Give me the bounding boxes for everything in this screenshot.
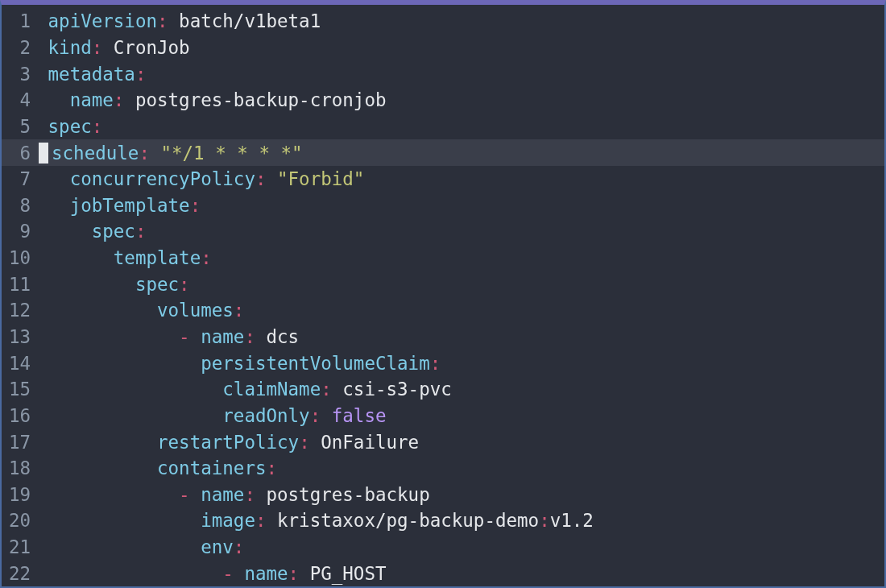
line-number: 21 — [2, 534, 37, 561]
code-token: concurrencyPolicy — [70, 168, 255, 189]
indent-space — [37, 432, 48, 453]
code-token: schedule — [52, 143, 139, 164]
code-token: jobTemplate — [70, 195, 190, 216]
indent — [48, 432, 157, 453]
code-line[interactable]: 20 image: kristaxox/pg-backup-demo:v1.2 — [2, 507, 884, 534]
line-content[interactable]: image: kristaxox/pg-backup-demo:v1.2 — [37, 507, 884, 534]
line-content[interactable]: readOnly: false — [37, 403, 884, 429]
code-token: kind — [48, 37, 92, 58]
code-line[interactable]: 4 name: postgres-backup-cronjob — [2, 87, 884, 114]
line-number: 5 — [2, 114, 37, 140]
code-token: claimName — [222, 379, 321, 400]
line-content[interactable]: kind: CronJob — [37, 35, 884, 61]
indent — [48, 195, 70, 216]
line-content[interactable]: schedule: "*/1 * * * *" — [37, 139, 884, 166]
code-line[interactable]: 6schedule: "*/1 * * * *" — [2, 139, 884, 166]
line-content[interactable]: spec: — [37, 271, 884, 297]
indent — [48, 405, 223, 426]
code-line[interactable]: 16 readOnly: false — [2, 403, 884, 429]
code-line[interactable]: 7 concurrencyPolicy: "Forbid" — [2, 166, 884, 193]
code-line[interactable]: 19 - name: postgres-backup — [2, 482, 884, 508]
code-line[interactable]: 11 spec: — [2, 271, 884, 297]
code-token: : — [244, 326, 255, 347]
indent-space — [37, 64, 48, 85]
code-line[interactable]: 15 claimName: csi-s3-pvc — [2, 376, 884, 403]
line-content[interactable]: env: — [37, 534, 884, 561]
code-token: metadata — [48, 64, 135, 85]
line-number: 8 — [2, 192, 37, 218]
line-content[interactable]: containers: — [37, 455, 884, 482]
code-token: name — [201, 484, 244, 505]
code-token: kristaxox/pg-backup-demo — [266, 510, 539, 531]
line-content[interactable]: - name: PG_HOST — [37, 560, 884, 586]
line-content[interactable]: claimName: csi-s3-pvc — [37, 376, 884, 403]
indent-space — [37, 116, 48, 137]
line-number: 4 — [2, 87, 37, 114]
code-line[interactable]: 21 env: — [2, 534, 884, 561]
code-editor[interactable]: 1 apiVersion: batch/v1beta12 kind: CronJ… — [2, 5, 884, 586]
indent-space — [37, 300, 48, 321]
line-number: 12 — [2, 297, 37, 324]
line-content[interactable]: jobTemplate: — [37, 192, 884, 218]
code-token: : — [430, 353, 441, 374]
indent — [48, 379, 223, 400]
code-token: : — [190, 195, 201, 216]
code-line[interactable]: 13 - name: dcs — [2, 324, 884, 350]
code-token: postgres-backup — [255, 484, 430, 505]
indent-space — [37, 89, 48, 110]
line-content[interactable]: spec: — [37, 218, 884, 245]
indent-space — [37, 536, 48, 557]
code-line[interactable]: 3 metadata: — [2, 60, 884, 87]
code-token: : — [321, 379, 332, 400]
line-number: 6 — [2, 139, 37, 166]
code-line[interactable]: 10 template: — [2, 245, 884, 271]
indent-space — [37, 563, 48, 584]
code-token: name — [244, 563, 288, 584]
line-content[interactable]: concurrencyPolicy: "Forbid" — [37, 166, 884, 193]
line-content[interactable]: - name: postgres-backup — [37, 482, 884, 508]
indent — [48, 458, 157, 478]
code-line[interactable]: 12 volumes: — [2, 297, 884, 324]
code-token: : — [244, 484, 255, 505]
code-token — [190, 326, 201, 347]
code-token — [234, 563, 245, 584]
line-content[interactable]: - name: dcs — [37, 324, 884, 350]
line-number: 22 — [2, 560, 37, 586]
line-content[interactable]: template: — [37, 245, 884, 271]
indent-space — [37, 405, 48, 426]
indent-space — [37, 195, 48, 216]
line-number: 19 — [2, 482, 37, 508]
indent — [48, 247, 114, 268]
code-line[interactable]: 5 spec: — [2, 114, 884, 140]
code-line[interactable]: 8 jobTemplate: — [2, 192, 884, 218]
code-token: : — [539, 510, 550, 531]
code-token: batch/v1beta1 — [168, 10, 321, 31]
code-token: readOnly — [222, 405, 309, 426]
code-line[interactable]: 1 apiVersion: batch/v1beta1 — [2, 8, 884, 35]
code-line[interactable]: 22 - name: PG_HOST — [2, 560, 884, 586]
code-token: volumes — [157, 300, 234, 321]
indent-space — [37, 221, 48, 242]
indent-space — [37, 247, 48, 268]
code-line[interactable]: 14 persistentVolumeClaim: — [2, 350, 884, 376]
code-line[interactable]: 18 containers: — [2, 455, 884, 482]
code-token: csi-s3-pvc — [332, 379, 452, 400]
code-token: spec — [92, 221, 135, 242]
code-line[interactable]: 9 spec: — [2, 218, 884, 245]
line-content[interactable]: persistentVolumeClaim: — [37, 350, 884, 376]
line-content[interactable]: apiVersion: batch/v1beta1 — [37, 8, 884, 35]
code-token: : — [310, 405, 321, 426]
line-content[interactable]: metadata: — [37, 60, 884, 87]
line-content[interactable]: spec: — [37, 114, 884, 140]
line-content[interactable]: name: postgres-backup-cronjob — [37, 87, 884, 114]
code-line[interactable]: 17 restartPolicy: OnFailure — [2, 429, 884, 455]
indent — [48, 89, 70, 110]
code-token: dcs — [255, 326, 299, 347]
code-line[interactable]: 2 kind: CronJob — [2, 35, 884, 61]
code-token: persistentVolumeClaim — [201, 353, 429, 374]
line-content[interactable]: restartPolicy: OnFailure — [37, 429, 884, 455]
code-token: v1.2 — [550, 510, 594, 531]
code-token: CronJob — [102, 37, 189, 58]
line-content[interactable]: volumes: — [37, 297, 884, 324]
code-token: name — [201, 326, 244, 347]
